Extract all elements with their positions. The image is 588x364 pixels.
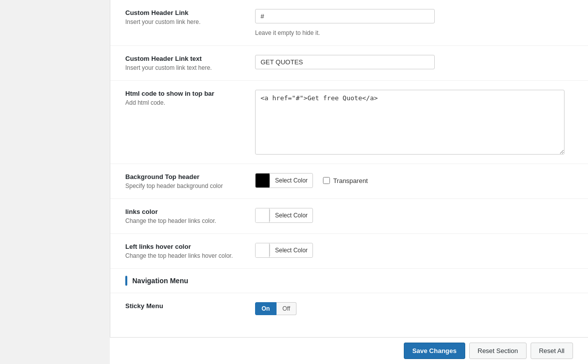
label-title-sticky-menu: Sticky Menu [125, 302, 245, 310]
label-desc-background-top-header: Specify top header background color [125, 182, 245, 189]
label-title-custom-header-link-text: Custom Header Link text [125, 55, 245, 62]
row-background-top-header: Background Top header Specify top header… [110, 164, 588, 199]
control-html-code-top-bar [255, 90, 573, 155]
label-desc-links-color: Change the top header links color. [125, 217, 245, 224]
section-header-bar [125, 276, 127, 286]
control-background-top-header: Select Color Transparent [255, 173, 573, 188]
background-top-header-color-label: Select Color [270, 175, 312, 186]
row-left-links-hover-color: Left links hover color Change the top he… [110, 234, 588, 269]
label-desc-left-links-hover-color: Change the top header links hover color. [125, 252, 245, 259]
control-custom-header-link-text [255, 55, 573, 69]
row-custom-header-link: Custom Header Link Insert your custom li… [110, 0, 588, 46]
left-links-hover-color-label: Select Color [270, 244, 312, 256]
reset-all-button[interactable]: Reset All [531, 343, 573, 359]
row-label-custom-header-link: Custom Header Link Insert your custom li… [125, 9, 255, 25]
settings-rows: Custom Header Link Insert your custom li… [110, 0, 588, 324]
links-color-label: Select Color [270, 209, 312, 221]
save-changes-button[interactable]: Save Changes [404, 343, 465, 359]
custom-header-link-input[interactable] [255, 9, 435, 23]
sticky-menu-on-button[interactable]: On [255, 302, 277, 315]
transparent-checkbox[interactable] [323, 177, 330, 184]
row-label-links-color: links color Change the top header links … [125, 208, 255, 224]
sticky-menu-toggle: On Off [255, 302, 296, 315]
control-links-color: Select Color [255, 208, 573, 223]
main-content: Custom Header Link Insert your custom li… [110, 0, 588, 364]
control-left-links-hover-color: Select Color [255, 243, 573, 258]
row-label-left-links-hover-color: Left links hover color Change the top he… [125, 243, 255, 259]
custom-header-link-text-input[interactable] [255, 55, 435, 69]
label-title-background-top-header: Background Top header [125, 173, 245, 181]
links-color-swatch [256, 208, 270, 222]
control-sticky-menu: On Off [255, 302, 573, 315]
label-title-custom-header-link: Custom Header Link [125, 9, 245, 16]
left-links-hover-color-picker[interactable]: Select Color [255, 243, 313, 258]
page-wrapper: Custom Header Link Insert your custom li… [0, 0, 588, 364]
control-custom-header-link: Leave it empty to hide it. [255, 9, 573, 36]
footer-bar: Save Changes Reset Section Reset All [110, 337, 588, 364]
label-desc-custom-header-link: Insert your custom link here. [125, 18, 245, 25]
label-title-links-color: links color [125, 208, 245, 215]
label-desc-html-code-top-bar: Add html code. [125, 99, 245, 106]
links-color-picker[interactable]: Select Color [255, 208, 313, 223]
row-html-code-top-bar: Html code to show in top bar Add html co… [110, 81, 588, 164]
background-top-header-swatch [256, 174, 270, 187]
html-code-top-bar-textarea[interactable] [255, 90, 565, 155]
row-label-sticky-menu: Sticky Menu [125, 302, 255, 312]
transparent-label: Transparent [333, 177, 368, 184]
sidebar [0, 0, 110, 364]
row-custom-header-link-text: Custom Header Link text Insert your cust… [110, 46, 588, 81]
row-label-html-code-top-bar: Html code to show in top bar Add html co… [125, 90, 255, 106]
left-links-hover-color-swatch [256, 243, 270, 257]
navigation-menu-section-header: Navigation Menu [110, 269, 588, 293]
row-links-color: links color Change the top header links … [110, 199, 588, 234]
label-title-left-links-hover-color: Left links hover color [125, 243, 245, 250]
custom-header-link-helper: Leave it empty to hide it. [255, 29, 573, 36]
label-desc-custom-header-link-text: Insert your custom link text here. [125, 64, 245, 71]
row-label-custom-header-link-text: Custom Header Link text Insert your cust… [125, 55, 255, 71]
sticky-menu-off-button[interactable]: Off [277, 302, 297, 315]
label-title-html-code-top-bar: Html code to show in top bar [125, 90, 245, 97]
row-label-background-top-header: Background Top header Specify top header… [125, 173, 255, 189]
background-top-header-color-picker[interactable]: Select Color [255, 173, 313, 188]
transparent-wrap: Transparent [323, 177, 368, 184]
section-header-title: Navigation Menu [132, 277, 188, 285]
row-sticky-menu: Sticky Menu On Off [110, 293, 588, 324]
reset-section-button[interactable]: Reset Section [469, 343, 527, 359]
